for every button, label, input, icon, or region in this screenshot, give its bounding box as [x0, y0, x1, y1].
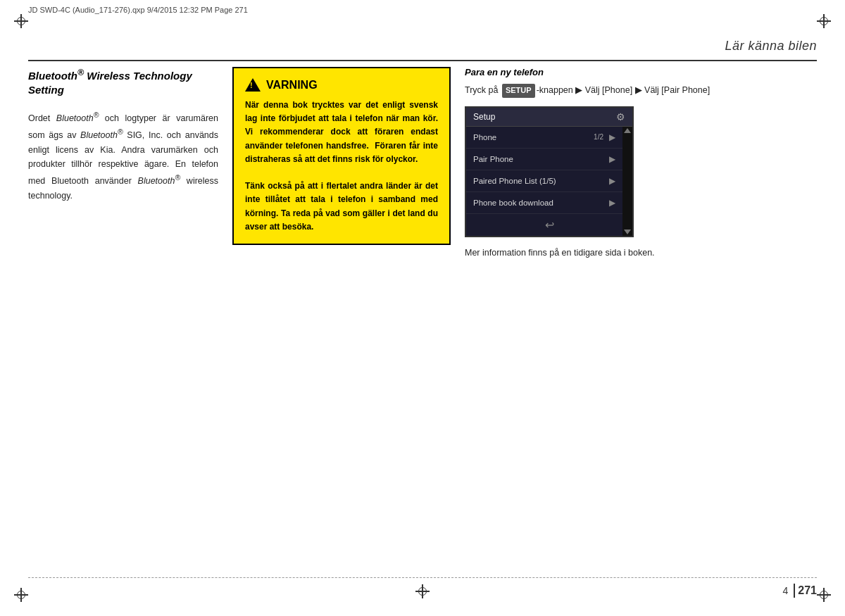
paired-phone-list-label: Paired Phone List (1/5) — [473, 177, 556, 185]
setup-button-label: SETUP — [502, 84, 535, 98]
screen-item-paired-phone-list[interactable]: Paired Phone List (1/5) ▶ — [466, 170, 622, 192]
footer-note: Mer information finns på en tidigare sid… — [465, 246, 817, 260]
phone-page-indicator: 1/2 — [594, 133, 603, 141]
section-title-italic: Bluetooth® Wireless Technology Setting — [28, 70, 192, 96]
screen-body: Phone 1/2 ▶ Pair Phone ▶ Paired Phone Li… — [466, 127, 632, 236]
pair-phone-label: Pair Phone — [473, 155, 513, 163]
page-header: JD SWD-4C (Audio_171-276).qxp 9/4/2015 1… — [28, 6, 817, 14]
reg-mark-bottom-left — [14, 588, 28, 602]
phone-book-download-label: Phone book download — [473, 199, 553, 207]
page-number: 271 — [798, 584, 817, 597]
paired-phone-list-arrow-icon: ▶ — [609, 176, 615, 186]
section-title: Bluetooth® Wireless Technology Setting — [28, 67, 218, 96]
warning-title: VARNING — [266, 79, 318, 92]
screen-back-button[interactable]: ↩ — [466, 214, 632, 236]
screen-item-phone-book-download[interactable]: Phone book download ▶ — [466, 192, 622, 214]
bottom-dashed-line — [28, 577, 817, 578]
title-underline — [28, 60, 817, 61]
section-body: Ordet Bluetooth® och logtyper är varumär… — [28, 109, 218, 203]
screen-item-phone-label: Phone — [473, 133, 496, 142]
scroll-down-icon[interactable] — [624, 230, 631, 234]
reg-mark-bottom-right — [817, 588, 831, 602]
screen-header: Setup ⚙ — [466, 108, 632, 127]
warning-box: VARNING När denna bok trycktes var det e… — [232, 67, 451, 245]
phone-arrow-icon: ▶ — [609, 132, 615, 142]
device-screen: Setup ⚙ Phone 1/2 ▶ — [465, 106, 634, 237]
screen-scrollbar — [622, 127, 632, 236]
warning-column: VARNING När denna bok trycktes var det e… — [232, 67, 451, 574]
bottom-center-reg — [415, 584, 430, 598]
right-column: Para en ny telefon Tryck på SETUP-knappe… — [465, 67, 817, 574]
warning-triangle-icon — [245, 78, 261, 92]
left-column: Bluetooth® Wireless Technology Setting O… — [28, 67, 218, 574]
screen-item-pair-phone[interactable]: Pair Phone ▶ — [466, 149, 622, 170]
warning-text: När denna bok trycktes var det enligt sv… — [245, 99, 438, 234]
bluetooth-icon: ⚙ — [616, 111, 625, 122]
back-icon: ↩ — [545, 218, 554, 232]
instruction-text: Tryck på SETUP-knappen ▶ Välj [Phone] ▶ … — [465, 83, 817, 98]
pair-phone-arrow-icon: ▶ — [609, 154, 615, 164]
file-info: JD SWD-4C (Audio_171-276).qxp 9/4/2015 1… — [28, 6, 248, 14]
phone-book-download-arrow-icon: ▶ — [609, 198, 615, 208]
para-title: Para en ny telefon — [465, 67, 817, 77]
main-content: Bluetooth® Wireless Technology Setting O… — [28, 67, 817, 574]
screen-header-title: Setup — [473, 112, 495, 122]
page-number-divider — [794, 584, 795, 598]
page-title: Lär känna bilen — [725, 39, 817, 54]
page-section-number: 4 — [783, 585, 791, 596]
page-bottom: 4 271 — [28, 577, 817, 616]
scroll-up-icon[interactable] — [624, 128, 631, 133]
reg-mark-top-right — [817, 14, 831, 28]
screen-item-phone[interactable]: Phone 1/2 ▶ — [466, 127, 622, 149]
warning-header: VARNING — [245, 78, 438, 92]
reg-mark-top-left — [14, 14, 28, 28]
